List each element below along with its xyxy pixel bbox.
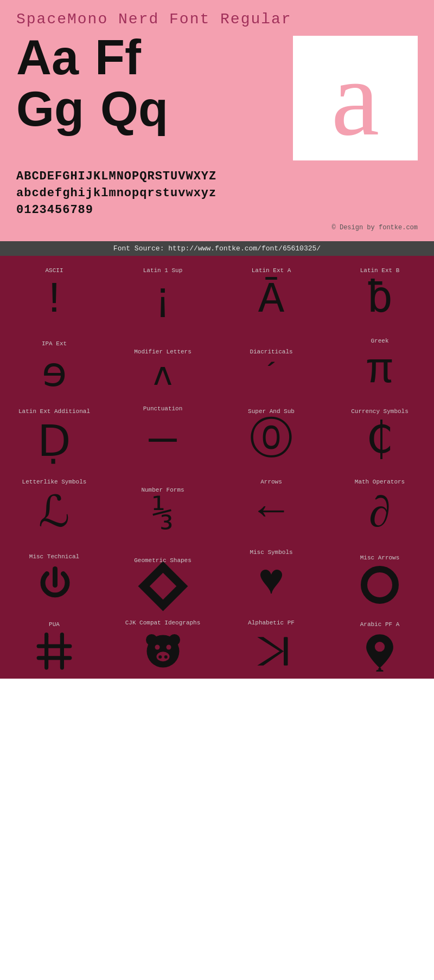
glyph-cell-latinextadd: Latin Ext Additional Ḍ	[0, 397, 108, 467]
glyph-label-arabicpfa: Arabic PF A	[360, 621, 400, 628]
svg-point-9	[155, 645, 159, 650]
circle-shape	[361, 566, 399, 604]
glyph-cell-modletters: Modifier Letters ʌ	[108, 326, 217, 397]
glyph-label-latinextb: Latin Ext B	[360, 267, 400, 274]
glyph-char-diacriticals: ´	[261, 360, 281, 392]
glyph-cell-superandsub: Super And Sub ⓪	[217, 397, 326, 467]
svg-point-7	[146, 634, 157, 646]
svg-marker-14	[257, 637, 284, 666]
digits: 0123456789	[16, 202, 418, 219]
glyph-cell-miscsymbols: Misc Symbols ♥	[217, 538, 326, 608]
letter-pairs: Aa Ff Gg Qq	[16, 33, 293, 136]
glyph-cell-arrows: Arrows ←	[217, 467, 326, 538]
glyph-cell-letterlike: Letterlike Symbols ℒ	[0, 467, 108, 538]
glyph-label-letterlike: Letterlike Symbols	[22, 479, 87, 486]
glyph-char-mathops: ∂	[369, 490, 391, 533]
glyph-cell-alphabeticpf: Alphabetic PF	[217, 608, 326, 679]
glyph-char-numberforms: ⅓	[152, 498, 173, 533]
glyph-char-latinextb: ƀ	[367, 279, 393, 322]
glyph-char-ipaext: ɘ	[42, 352, 67, 392]
glyph-label-superandsub: Super And Sub	[248, 408, 295, 415]
glyph-label-mathops: Math Operators	[355, 479, 405, 486]
font-title: SpaceMono Nerd Font Regular	[16, 11, 418, 28]
alphabet-lower: abcdefghijklmnopqrstuvwxyz	[16, 185, 418, 202]
glyph-cell-mathops: Math Operators ∂	[326, 467, 434, 538]
glyph-label-ipaext: IPA Ext	[42, 340, 67, 347]
glyph-label-latin1sup: Latin 1 Sup	[143, 267, 183, 274]
source-bar: Font Source: http://www.fontke.com/font/…	[0, 241, 434, 256]
svg-point-13	[164, 655, 167, 659]
glyph-cell-greek: Greek π	[326, 326, 434, 397]
specimen-area: Aa Ff Gg Qq a	[16, 33, 418, 160]
svg-point-8	[169, 634, 180, 646]
glyph-cell-pua: PUA	[0, 608, 108, 679]
glyph-char-greek: π	[367, 349, 393, 392]
glyph-label-miscsymbols: Misc Symbols	[250, 549, 292, 556]
glyph-cell-diacriticals: Diacriticals ´	[217, 326, 326, 397]
chevron-right-icon	[251, 631, 292, 674]
copyright: © Design by fontke.com	[16, 221, 418, 236]
glyph-label-latinextadd: Latin Ext Additional	[18, 408, 90, 415]
glyphs-section: ASCII ! Latin 1 Sup ¡ Latin Ext A Ā Lati…	[0, 256, 434, 679]
glyph-cell-latinexta: Latin Ext A Ā	[217, 256, 326, 326]
glyph-cell-ascii: ASCII !	[0, 256, 108, 326]
glyph-label-currency: Currency Symbols	[351, 408, 409, 415]
power-icon	[35, 565, 74, 604]
glyph-label-ascii: ASCII	[45, 267, 63, 274]
glyph-label-arrows: Arrows	[260, 479, 282, 486]
glyph-cell-geoshapes: Geometric Shapes	[108, 538, 217, 608]
diamond-shape	[145, 569, 181, 604]
glyph-char-arrows: ←	[258, 490, 284, 533]
glyph-cell-numberforms: Number Forms ⅓	[108, 467, 217, 538]
big-letter-char: a	[331, 44, 380, 152]
alphabet-upper: ABCDEFGHIJKLMNOPQRSTUVWXYZ	[16, 169, 418, 185]
svg-point-11	[156, 652, 169, 662]
glyph-label-greek: Greek	[371, 338, 388, 345]
pig-icon	[143, 631, 183, 674]
letter-pair-qq: Qq	[100, 85, 168, 133]
glyph-cell-punctuation: Punctuation —	[108, 397, 217, 467]
letter-pair-ff: Ff	[95, 33, 141, 82]
glyph-label-misctech: Misc Technical	[29, 553, 79, 560]
location-pin-icon	[360, 633, 399, 674]
glyph-label-miscarrows: Misc Arrows	[360, 555, 400, 562]
glyph-cell-cjkcompat: CJK Compat Ideographs	[108, 608, 217, 679]
glyph-label-cjkcompat: CJK Compat Ideographs	[125, 620, 201, 627]
glyph-char-ascii: !	[41, 279, 67, 322]
glyph-char-modletters: ʌ	[153, 360, 173, 392]
glyph-cell-latinextb: Latin Ext B ƀ	[326, 256, 434, 326]
glyph-label-alphabeticpf: Alphabetic PF	[248, 620, 295, 627]
glyph-char-punctuation: —	[149, 417, 176, 463]
glyph-label-modletters: Modifier Letters	[134, 349, 192, 356]
glyph-label-latinexta: Latin Ext A	[252, 267, 291, 274]
heart-char: ♥	[258, 560, 284, 604]
letter-pair-aa: Aa	[16, 33, 79, 82]
glyph-label-numberforms: Number Forms	[141, 487, 184, 494]
svg-point-10	[166, 645, 171, 650]
glyph-cell-latin1sup: Latin 1 Sup ¡	[108, 256, 217, 326]
glyph-char-latin1sup: ¡	[150, 279, 176, 322]
glyph-cell-currency: Currency Symbols ₵	[326, 397, 434, 467]
svg-point-12	[158, 655, 162, 659]
svg-rect-15	[284, 637, 288, 666]
glyph-cell-ipaext: IPA Ext ɘ	[0, 326, 108, 397]
big-letter-display: a	[293, 36, 418, 160]
glyph-cell-misctech: Misc Technical	[0, 538, 108, 608]
glyph-label-punctuation: Punctuation	[143, 405, 183, 412]
letter-pair-gg: Gg	[16, 85, 84, 133]
glyph-label-pua: PUA	[49, 621, 60, 628]
glyph-label-diacriticals: Diacriticals	[250, 349, 292, 356]
glyph-char-latinexta: Ā	[258, 279, 284, 322]
glyph-char-latinextadd: Ḍ	[37, 420, 71, 463]
alphabet-section: ABCDEFGHIJKLMNOPQRSTUVWXYZ abcdefghijklm…	[16, 169, 418, 221]
glyph-cell-arabicpfa: Arabic PF A	[326, 608, 434, 679]
top-section: SpaceMono Nerd Font Regular Aa Ff Gg Qq …	[0, 0, 434, 241]
glyph-char-currency: ₵	[367, 420, 393, 463]
glyph-cell-miscarrows: Misc Arrows	[326, 538, 434, 608]
glyph-char-superandsub: ⓪	[250, 420, 293, 463]
svg-point-16	[375, 642, 385, 652]
grid-icon	[35, 633, 74, 674]
glyph-char-letterlike: ℒ	[39, 490, 70, 533]
glyph-grid: ASCII ! Latin 1 Sup ¡ Latin Ext A Ā Lati…	[0, 256, 434, 679]
